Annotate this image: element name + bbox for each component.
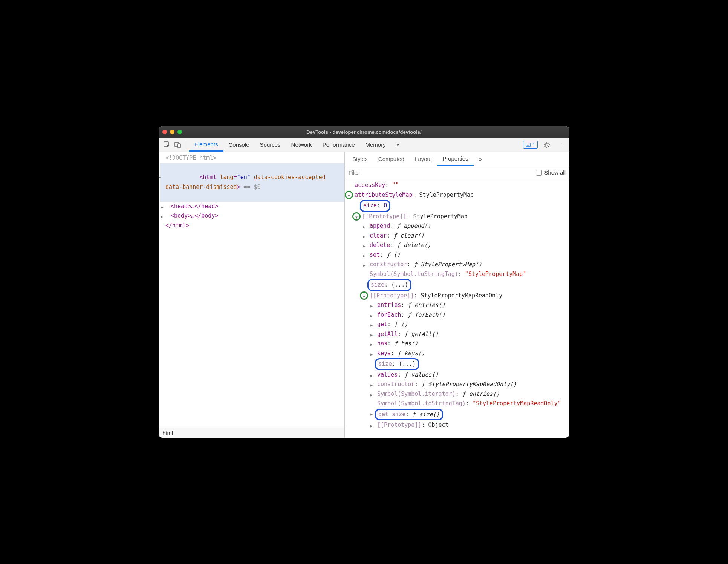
- filter-bar: Show all: [345, 166, 569, 179]
- chevron-right-icon[interactable]: [370, 372, 373, 379]
- prop-size[interactable]: size: 0: [345, 200, 569, 212]
- properties-tree[interactable]: accessKey: "" attributeStyleMap: StylePr…: [345, 179, 569, 438]
- svg-rect-2: [178, 144, 180, 148]
- prop-symbol-tostringtag-2[interactable]: Symbol(Symbol.toStringTag): "StyleProper…: [345, 399, 569, 409]
- dom-doctype[interactable]: <!DOCTYPE html>: [160, 153, 344, 163]
- prop-entries[interactable]: entries: ƒ entries(): [345, 300, 569, 310]
- chevron-right-icon[interactable]: [370, 332, 373, 338]
- chevron-right-icon[interactable]: [370, 423, 373, 429]
- prop-prototype-3[interactable]: [[Prototype]]: Object: [345, 420, 569, 430]
- content-area: <!DOCTYPE html> ⋯<html lang="en" data-co…: [159, 152, 569, 438]
- kebab-menu-icon[interactable]: ⋮: [556, 139, 566, 150]
- filter-input[interactable]: [349, 170, 532, 176]
- breadcrumb[interactable]: html: [159, 428, 344, 438]
- chevron-right-icon[interactable]: [363, 243, 365, 249]
- titlebar: DevTools - developer.chrome.com/docs/dev…: [159, 126, 569, 138]
- prop-symbol-iterator[interactable]: Symbol(Symbol.iterator): ƒ entries(): [345, 389, 569, 399]
- annotation-pill: size: (...): [367, 279, 411, 291]
- chevron-down-icon[interactable]: [348, 193, 350, 199]
- chevron-right-icon[interactable]: [370, 382, 373, 388]
- prop-symbol-tostringtag-1[interactable]: Symbol(Symbol.toStringTag): "StyleProper…: [345, 270, 569, 279]
- dom-body[interactable]: <body>…</body>: [160, 211, 344, 221]
- svg-point-6: [546, 144, 548, 146]
- annotation-pill: size: (...): [375, 358, 419, 370]
- subtab-layout[interactable]: Layout: [410, 152, 437, 166]
- prop-foreach[interactable]: forEach: ƒ forEach(): [345, 310, 569, 320]
- chevron-right-icon[interactable]: [363, 253, 365, 259]
- prop-getall[interactable]: getAll: ƒ getAll(): [345, 330, 569, 339]
- prop-constructor-2[interactable]: constructor: ƒ StylePropertyMapReadOnly(…: [345, 380, 569, 389]
- tab-network[interactable]: Network: [286, 138, 317, 152]
- tab-sources[interactable]: Sources: [255, 138, 286, 152]
- dom-head[interactable]: <head>…</head>: [160, 202, 344, 212]
- prop-get-size[interactable]: get size: ƒ size(): [345, 409, 569, 421]
- chevron-right-icon[interactable]: [363, 224, 365, 230]
- prop-clear[interactable]: clear: ƒ clear(): [345, 231, 569, 241]
- ellipsis-icon: ⋯: [159, 173, 161, 182]
- prop-keys[interactable]: keys: ƒ keys(): [345, 349, 569, 359]
- tab-performance[interactable]: Performance: [317, 138, 360, 152]
- device-toolbar-icon[interactable]: [172, 139, 183, 150]
- toolbar-right: 1 ⋮: [523, 139, 566, 150]
- chevron-right-icon[interactable]: [363, 262, 365, 268]
- chevron-right-icon[interactable]: [370, 341, 373, 348]
- chevron-down-icon[interactable]: [355, 214, 358, 221]
- issues-icon: [526, 142, 531, 147]
- dom-html-close[interactable]: </html>: [160, 221, 344, 231]
- tab-console[interactable]: Console: [223, 138, 255, 152]
- dom-tree[interactable]: <!DOCTYPE html> ⋯<html lang="en" data-co…: [159, 152, 344, 428]
- prop-prototype-2[interactable]: [[Prototype]]: StylePropertyMapReadOnly: [345, 291, 569, 301]
- tab-memory[interactable]: Memory: [360, 138, 391, 152]
- prop-has[interactable]: has: ƒ has(): [345, 339, 569, 349]
- prop-attributestylemap[interactable]: attributeStyleMap: StylePropertyMap: [345, 190, 569, 200]
- subtab-properties[interactable]: Properties: [437, 152, 473, 166]
- chevron-right-icon[interactable]: [363, 233, 365, 240]
- show-all-label: Show all: [544, 169, 566, 176]
- sidebar-pane: Styles Computed Layout Properties » Show…: [345, 152, 569, 438]
- dom-html-open[interactable]: ⋯<html lang="en" data-cookies-accepted d…: [160, 163, 344, 202]
- devtools-window: DevTools - developer.chrome.com/docs/dev…: [159, 126, 569, 438]
- chevron-right-icon[interactable]: [370, 351, 373, 357]
- panel-tabs: Elements Console Sources Network Perform…: [189, 138, 405, 152]
- prop-size-getter-1[interactable]: size: (...): [345, 279, 569, 291]
- tabs-overflow[interactable]: »: [391, 138, 405, 152]
- settings-icon[interactable]: [541, 139, 552, 150]
- prop-size-getter-2[interactable]: size: (...): [345, 358, 569, 370]
- subtab-styles[interactable]: Styles: [347, 152, 373, 166]
- chevron-down-icon[interactable]: [363, 293, 365, 300]
- subtab-computed[interactable]: Computed: [373, 152, 410, 166]
- chevron-right-icon[interactable]: [370, 411, 373, 417]
- subtabs-overflow[interactable]: »: [474, 152, 487, 166]
- chevron-right-icon[interactable]: [370, 322, 373, 328]
- prop-values[interactable]: values: ƒ values(): [345, 370, 569, 380]
- main-toolbar: Elements Console Sources Network Perform…: [159, 138, 569, 152]
- tab-elements[interactable]: Elements: [189, 138, 223, 152]
- prop-constructor-1[interactable]: constructor: ƒ StylePropertyMap(): [345, 260, 569, 270]
- issues-badge[interactable]: 1: [523, 141, 538, 149]
- chevron-right-icon[interactable]: [370, 313, 373, 319]
- inspect-element-icon[interactable]: [162, 139, 172, 150]
- prop-set[interactable]: set: ƒ (): [345, 250, 569, 260]
- window-title: DevTools - developer.chrome.com/docs/dev…: [159, 129, 569, 135]
- prop-get[interactable]: get: ƒ (): [345, 320, 569, 330]
- show-all-toggle[interactable]: Show all: [536, 169, 566, 176]
- prop-prototype-1[interactable]: [[Prototype]]: StylePropertyMap: [345, 212, 569, 222]
- chevron-right-icon[interactable]: [370, 303, 373, 309]
- annotation-pill: get size: ƒ size(): [375, 409, 443, 421]
- checkbox-icon[interactable]: [536, 170, 542, 176]
- issues-count: 1: [532, 142, 535, 147]
- annotation-pill: size: 0: [360, 200, 390, 212]
- prop-accesskey[interactable]: accessKey: "": [345, 181, 569, 190]
- separator: [186, 141, 186, 149]
- prop-append[interactable]: append: ƒ append(): [345, 221, 569, 231]
- elements-pane: <!DOCTYPE html> ⋯<html lang="en" data-co…: [159, 152, 345, 438]
- svg-rect-3: [526, 143, 531, 146]
- sidebar-tabs: Styles Computed Layout Properties »: [345, 152, 569, 166]
- chevron-right-icon[interactable]: [370, 392, 373, 398]
- prop-delete[interactable]: delete: ƒ delete(): [345, 241, 569, 250]
